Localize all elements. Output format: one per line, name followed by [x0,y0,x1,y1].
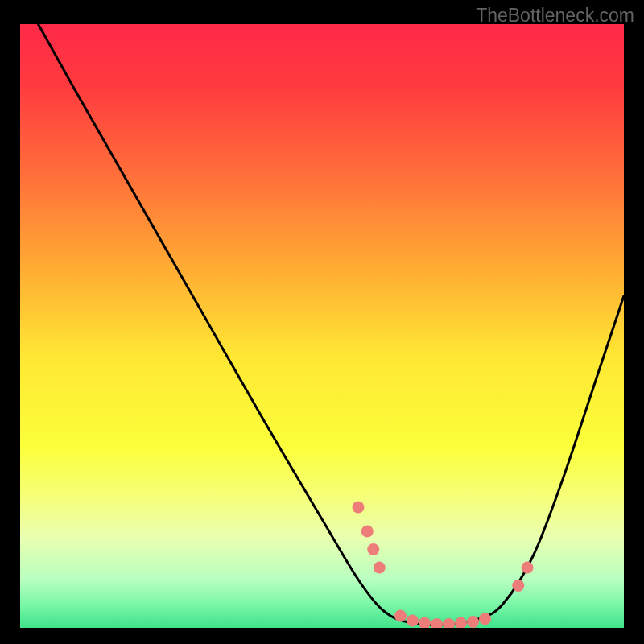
data-marker [512,580,524,592]
bottleneck-curve-chart [20,24,624,628]
chart-frame [20,24,624,628]
data-marker [361,526,374,538]
data-marker [479,613,491,625]
data-marker [394,610,407,622]
attribution-text: TheBottleneck.com [476,5,634,27]
data-marker [407,615,419,627]
data-marker [467,616,479,628]
data-marker [353,502,365,514]
data-marker [522,562,534,574]
data-marker [367,543,379,555]
gradient-background [20,24,624,628]
data-marker [374,562,386,574]
